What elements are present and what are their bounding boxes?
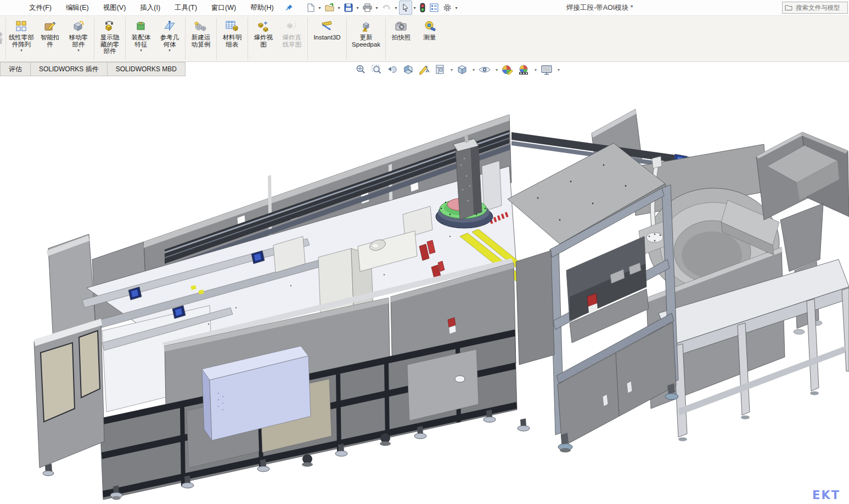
settings-dropdown[interactable] bbox=[454, 5, 459, 10]
hide-show-dropdown[interactable] bbox=[496, 67, 498, 72]
print-button[interactable] bbox=[361, 1, 374, 15]
tab-solidworks-mbd[interactable]: SOLIDWORKS MBD bbox=[108, 62, 185, 76]
apply-scene-dropdown[interactable] bbox=[535, 67, 537, 72]
new-dropdown[interactable] bbox=[317, 5, 323, 10]
zoom-to-area-button[interactable] bbox=[370, 64, 383, 76]
view-settings-dropdown[interactable] bbox=[558, 67, 560, 72]
new-document-button[interactable] bbox=[304, 1, 317, 15]
ribbon-separator bbox=[5, 18, 6, 60]
display-style-dropdown[interactable] bbox=[473, 67, 475, 72]
select-button[interactable] bbox=[399, 1, 412, 15]
traffic-light-icon bbox=[419, 3, 426, 13]
instant3d-icon bbox=[320, 20, 334, 33]
bill-of-materials-icon bbox=[225, 20, 239, 33]
open-button[interactable] bbox=[323, 1, 336, 15]
save-dropdown[interactable] bbox=[355, 5, 361, 10]
linear-pattern-button[interactable]: 线性零部 件阵列 bbox=[7, 16, 36, 61]
tab-evaluate[interactable]: 评估 bbox=[0, 62, 31, 76]
command-list-icon bbox=[429, 3, 439, 13]
bill-of-materials-button[interactable]: 材料明 细表 bbox=[218, 16, 246, 61]
command-list-button[interactable] bbox=[428, 1, 441, 15]
take-snapshot-button[interactable]: 拍快照 bbox=[387, 16, 415, 61]
ribbon-separator bbox=[346, 18, 347, 60]
search-folder-icon bbox=[785, 4, 792, 11]
menu-edit[interactable]: 编辑(E) bbox=[59, 0, 96, 15]
view-orientation-dropdown[interactable] bbox=[451, 67, 453, 72]
command-manager-tabs: 评估 SOLIDWORKS 插件 SOLIDWORKS MBD bbox=[0, 62, 849, 76]
smart-fastener-icon bbox=[43, 20, 57, 33]
show-hidden-components-icon bbox=[103, 20, 116, 33]
quick-access-toolbar bbox=[304, 1, 459, 15]
assembly-features-icon bbox=[134, 20, 148, 33]
explode-line-sketch-button[interactable]: 爆炸直 线草图 bbox=[278, 16, 306, 61]
zoom-to-fit-button[interactable] bbox=[354, 64, 367, 76]
select-cursor-icon bbox=[401, 3, 411, 13]
pin-menu-button[interactable] bbox=[282, 1, 296, 14]
menu-insert[interactable]: 插入(I) bbox=[133, 0, 167, 15]
ribbon-separator bbox=[185, 18, 185, 60]
settings-button[interactable] bbox=[441, 1, 454, 15]
new-document-icon bbox=[306, 3, 316, 13]
reference-geometry-button[interactable]: 参考几 何体 bbox=[155, 16, 184, 61]
view-settings-button[interactable] bbox=[539, 64, 554, 76]
previous-view-button[interactable] bbox=[386, 64, 399, 76]
view-orientation-button[interactable] bbox=[434, 64, 447, 76]
show-hidden-components-button[interactable]: 显示隐 藏的零 部件 bbox=[95, 16, 124, 61]
motion-study-icon bbox=[194, 20, 208, 33]
apply-scene-button[interactable] bbox=[517, 64, 531, 76]
new-motion-study-button[interactable]: 新建运 动算例 bbox=[187, 16, 215, 61]
undo-button[interactable] bbox=[380, 1, 393, 15]
document-title: 焊接工段-带AOI模块 * bbox=[566, 0, 633, 15]
model-left-cabinet[interactable] bbox=[34, 319, 104, 476]
graphics-viewport[interactable]: EKT bbox=[0, 76, 849, 504]
heads-up-view-toolbar bbox=[354, 64, 560, 76]
update-speedpak-icon bbox=[359, 20, 373, 33]
menu-file[interactable]: 文件(F) bbox=[22, 0, 59, 15]
section-view-button[interactable] bbox=[402, 64, 415, 76]
update-speedpak-button[interactable]: 更新 Speedpak bbox=[348, 16, 384, 61]
select-dropdown[interactable] bbox=[412, 5, 418, 10]
display-style-button[interactable] bbox=[456, 64, 469, 76]
hide-show-items-button[interactable] bbox=[477, 64, 492, 76]
menu-help[interactable]: 帮助(H) bbox=[243, 0, 280, 15]
save-icon bbox=[344, 3, 353, 13]
menu-bar: 文件(F) 编辑(E) 视图(V) 插入(I) 工具(T) 窗口(W) 帮助(H… bbox=[0, 0, 849, 16]
exploded-view-icon bbox=[257, 20, 270, 33]
main-menus: 文件(F) 编辑(E) 视图(V) 插入(I) 工具(T) 窗口(W) 帮助(H… bbox=[0, 0, 281, 15]
instant3d-button[interactable]: Instant3D bbox=[309, 16, 345, 61]
reference-geometry-icon bbox=[163, 20, 176, 33]
search-input[interactable] bbox=[795, 4, 843, 12]
open-folder-icon bbox=[324, 3, 335, 13]
undo-dropdown[interactable] bbox=[393, 5, 399, 10]
smart-fastener-button[interactable]: 智能扣 件 bbox=[36, 16, 64, 61]
exploded-view-button[interactable]: 爆炸视 图 bbox=[249, 16, 278, 61]
search-box[interactable] bbox=[782, 2, 848, 14]
hide-show-items-icon bbox=[478, 64, 491, 76]
menu-view[interactable]: 视图(V) bbox=[96, 0, 133, 15]
ekt-watermark: EKT bbox=[812, 489, 840, 502]
menu-window[interactable]: 窗口(W) bbox=[204, 0, 243, 15]
ribbon-separator bbox=[248, 18, 248, 60]
ribbon-separator bbox=[385, 18, 386, 60]
tab-solidworks-addins[interactable]: SOLIDWORKS 插件 bbox=[31, 62, 108, 76]
section-view-icon bbox=[402, 64, 414, 76]
print-dropdown[interactable] bbox=[374, 5, 380, 10]
assembly-3d-model[interactable] bbox=[0, 76, 849, 504]
print-icon bbox=[362, 3, 373, 13]
ribbon-separator bbox=[216, 18, 217, 60]
annotation-view-button[interactable] bbox=[418, 64, 431, 76]
assembly-features-button[interactable]: 装配体 特征 bbox=[127, 16, 155, 61]
ribbon-separator bbox=[125, 18, 126, 60]
measure-icon bbox=[423, 20, 436, 33]
measure-button[interactable]: 测量 bbox=[415, 16, 444, 61]
move-component-button[interactable]: 移动零 部件 bbox=[64, 16, 93, 61]
menu-tools[interactable]: 工具(T) bbox=[167, 0, 204, 15]
ribbon-clipped-labels: 件 置 bbox=[0, 16, 4, 61]
linear-pattern-icon bbox=[15, 20, 28, 33]
save-button[interactable] bbox=[342, 1, 355, 15]
move-component-icon bbox=[72, 20, 85, 33]
open-dropdown[interactable] bbox=[336, 5, 342, 10]
edit-appearance-button[interactable] bbox=[501, 64, 514, 76]
performance-button[interactable] bbox=[418, 1, 428, 15]
annotation-view-icon bbox=[418, 64, 430, 76]
